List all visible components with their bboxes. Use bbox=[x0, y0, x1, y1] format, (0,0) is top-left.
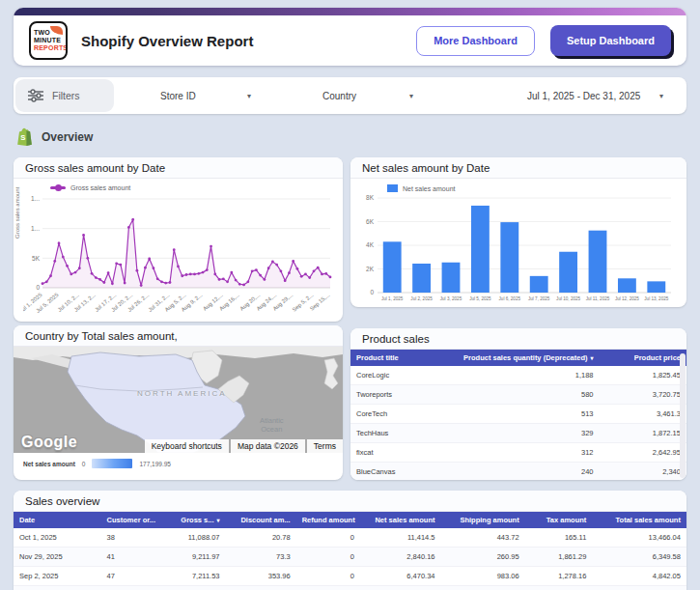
map-data-label: Map data ©2026 bbox=[231, 439, 305, 453]
table-row: Oct 1, 20253811,088.0720.78011,414.5443.… bbox=[14, 528, 686, 548]
svg-text:5K: 5K bbox=[32, 255, 41, 262]
store-id-filter[interactable]: Store ID ▾ bbox=[116, 77, 278, 114]
sales-overview-table: DateCustomer or...Gross s...▾Discount am… bbox=[14, 512, 686, 590]
gross-sales-svg: 05K1...1...Jul 1, 2025Jul 5, 2025Jul 10,… bbox=[23, 191, 338, 321]
table-cell: 11,088.07 bbox=[161, 528, 225, 547]
table-header-row: DateCustomer or...Gross s...▾Discount am… bbox=[14, 512, 686, 528]
table-cell: 312 bbox=[448, 443, 600, 462]
table-row: fixcat3122,642.95 bbox=[350, 443, 686, 463]
table-cell: 4,842.05 bbox=[592, 567, 686, 585]
map-legend: Net sales amount 0 177,199.95 bbox=[14, 453, 343, 474]
table-cell: 8,687.76 bbox=[592, 586, 686, 590]
svg-text:Jul 13, 2025: Jul 13, 2025 bbox=[644, 296, 668, 301]
terms-link[interactable]: Terms bbox=[307, 439, 343, 453]
table-cell: 7,149.29 bbox=[161, 586, 225, 590]
svg-text:0: 0 bbox=[370, 289, 374, 295]
table-cell: 1,872.15 bbox=[600, 424, 686, 442]
table-cell: 7,211.53 bbox=[161, 567, 225, 585]
table-cell: 1,861.29 bbox=[525, 548, 593, 566]
table-cell: 1,188 bbox=[448, 366, 600, 384]
column-header[interactable]: Customer or... bbox=[101, 512, 162, 528]
sort-caret-icon: ▾ bbox=[217, 518, 220, 523]
header-gradient-strip bbox=[14, 8, 686, 15]
svg-text:Jul 3, 2025: Jul 3, 2025 bbox=[440, 296, 462, 301]
table-cell: 513 bbox=[448, 405, 600, 423]
column-header[interactable]: Product title bbox=[350, 350, 448, 366]
table-cell: 28 bbox=[101, 586, 162, 590]
svg-text:S: S bbox=[20, 133, 25, 142]
column-header[interactable]: Discount am... bbox=[226, 512, 296, 528]
table-cell: Sep 2, 2025 bbox=[14, 567, 101, 585]
table-cell: 0 bbox=[296, 528, 360, 547]
google-logo: Google bbox=[21, 434, 77, 451]
column-header[interactable]: Refund amount bbox=[296, 512, 360, 528]
table-cell: Jun 20, 2025 bbox=[14, 586, 101, 590]
table-cell: 1,825.45 bbox=[600, 366, 686, 384]
column-header[interactable]: Product price bbox=[600, 350, 686, 366]
svg-text:Jul 6, 2025: Jul 6, 2025 bbox=[499, 296, 521, 301]
column-header[interactable]: Gross s...▾ bbox=[161, 512, 225, 528]
svg-text:2K: 2K bbox=[366, 266, 375, 272]
column-header[interactable]: Total sales amount bbox=[592, 512, 686, 528]
country-filter-label: Country bbox=[322, 91, 356, 101]
setup-dashboard-button[interactable]: Setup Dashboard bbox=[550, 25, 671, 56]
table-cell: 6,349.58 bbox=[592, 548, 686, 566]
keyboard-shortcuts-link[interactable]: Keyboard shortcuts bbox=[145, 439, 229, 453]
map-legend-gradient bbox=[92, 459, 132, 468]
table-header-row: Product titleProduct sales quantity (Dep… bbox=[350, 350, 686, 366]
scrollbar[interactable] bbox=[680, 353, 686, 478]
table-cell: 3,461.3 bbox=[600, 405, 686, 423]
filters-label: Filters bbox=[52, 90, 80, 101]
country-map-card: Country by Total sales amount, NORTH AME… bbox=[14, 325, 343, 480]
table-cell: TechHaus bbox=[350, 424, 448, 442]
column-header[interactable]: Shipping amount bbox=[441, 512, 525, 528]
table-cell: 13,466.04 bbox=[592, 528, 686, 547]
table-row: Tworeports5803,720.75 bbox=[350, 385, 686, 405]
svg-text:1...: 1... bbox=[31, 225, 40, 232]
product-sales-title: Product sales bbox=[350, 328, 686, 350]
country-filter[interactable]: Country ▾ bbox=[278, 77, 440, 114]
table-cell: 2,340 bbox=[600, 463, 686, 480]
table-cell: 6,470.34 bbox=[360, 567, 441, 585]
table-cell: 260.95 bbox=[441, 548, 525, 566]
table-cell: 2,642.95 bbox=[600, 443, 686, 462]
table-cell: 580 bbox=[448, 385, 600, 404]
chevron-down-icon: ▾ bbox=[247, 92, 251, 100]
filter-sliders-icon bbox=[28, 89, 43, 102]
table-cell: 1,278.16 bbox=[525, 567, 593, 585]
sales-overview-title: Sales overview bbox=[14, 491, 686, 512]
net-sales-legend: Net sales amount bbox=[387, 184, 686, 192]
table-cell: 0 bbox=[296, 567, 360, 585]
svg-text:Jul 2, 2025: Jul 2, 2025 bbox=[410, 296, 433, 301]
table-cell: 165.11 bbox=[525, 528, 593, 547]
table-cell: CoreTech bbox=[350, 405, 448, 423]
column-header[interactable]: Date bbox=[14, 512, 101, 528]
header-card: TWO MINUTE REPORTS Shopify Overview Repo… bbox=[14, 8, 686, 66]
more-dashboard-button[interactable]: More Dashboard bbox=[416, 26, 535, 56]
sort-caret-icon: ▾ bbox=[590, 355, 593, 361]
svg-text:8K: 8K bbox=[366, 194, 375, 201]
svg-text:Jul 5, 2025: Jul 5, 2025 bbox=[469, 296, 491, 301]
gross-sales-card-title: Gross sales amount by Date bbox=[14, 157, 343, 179]
product-sales-table: Product titleProduct sales quantity (Dep… bbox=[350, 350, 686, 480]
table-row: TechHaus3291,872.15 bbox=[350, 424, 686, 443]
column-header[interactable]: Net sales amount bbox=[360, 512, 441, 528]
table-cell: 691.01 bbox=[525, 586, 593, 590]
column-header[interactable]: Tax amount bbox=[525, 512, 593, 528]
gross-sales-legend: Gross sales amount bbox=[50, 184, 343, 191]
overview-section-title: Overview bbox=[42, 130, 93, 144]
table-cell: 329 bbox=[448, 424, 600, 442]
table-cell: 9,223.86 bbox=[360, 586, 441, 590]
gross-sales-line-chart: Gross sales amount Gross sales amount 05… bbox=[14, 184, 343, 322]
table-cell: fixcat bbox=[350, 443, 448, 462]
table-row: CoreLogic1,1881,825.45 bbox=[350, 366, 686, 385]
map-legend-max: 177,199.95 bbox=[139, 461, 171, 467]
svg-text:Jul 12, 2025: Jul 12, 2025 bbox=[615, 296, 639, 301]
table-cell: Tworeports bbox=[350, 385, 448, 404]
logo-text-line: REPORTS bbox=[34, 44, 63, 52]
table-cell: BlueCanvas bbox=[350, 463, 448, 480]
legend-label: Gross sales amount bbox=[70, 184, 130, 191]
column-header[interactable]: Product sales quantity (Deprecated)▾ bbox=[448, 350, 600, 366]
date-range-filter[interactable]: Jul 1, 2025 - Dec 31, 2025 ▾ bbox=[440, 77, 686, 114]
google-map[interactable]: NORTH AMERICA AtlanticOcean Google Keybo… bbox=[14, 347, 343, 453]
